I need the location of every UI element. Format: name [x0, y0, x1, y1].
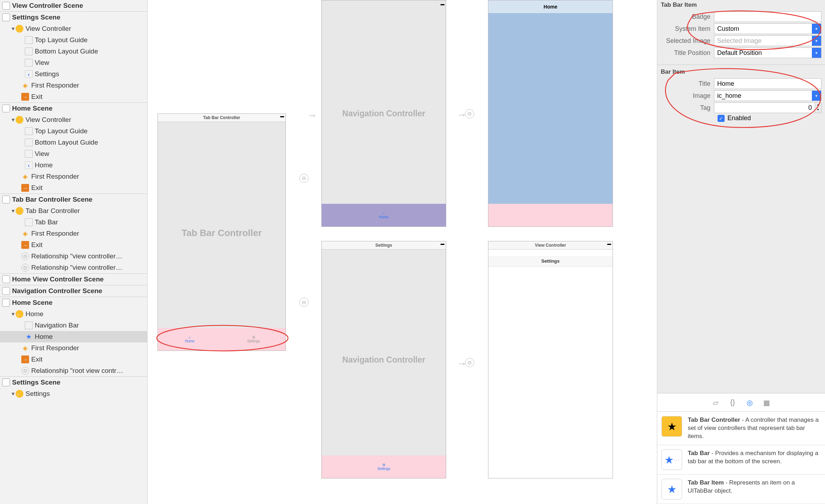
segue-arrow-1: → — [307, 110, 317, 121]
library-tab-bar[interactable]: ▱ {} ◎ ▦ — [657, 393, 825, 411]
document-outline[interactable]: View Controller Scene Settings Scene ▼Vi… — [0, 0, 148, 504]
row-systemitem: System Item Custom▾ — [661, 23, 821, 34]
nav-tab-home: ⌂ Home — [322, 204, 446, 226]
view-2[interactable]: View — [0, 148, 147, 159]
row-enabled[interactable]: ✓ Enabled — [661, 114, 821, 122]
scene-home-2[interactable]: Home Scene — [0, 297, 147, 308]
status-bar-icon-3: ▬ — [441, 241, 444, 246]
navbar[interactable]: Navigation Bar — [0, 320, 147, 331]
section-tabbaritem: Tab Bar Item — [657, 0, 825, 10]
object-library[interactable]: ★ Tab Bar Controller - A controller that… — [657, 411, 825, 504]
tab-bar-icon: ★⋯ — [661, 449, 682, 470]
chevron-down-icon: ▾ — [812, 36, 821, 46]
tab-home-label: Home — [185, 339, 195, 343]
home-tabitem-selected[interactable]: ★Home — [0, 331, 147, 342]
nav-controller-top[interactable]: ▬ Navigation Controller ⌂ Home — [321, 0, 446, 227]
lib-tab-bar[interactable]: ★⋯ Tab Bar - Provides a mechanism for di… — [657, 445, 825, 475]
scene-home[interactable]: Home Scene — [0, 103, 147, 114]
home-view-controller[interactable]: Home — [488, 0, 613, 227]
code-snippet-icon[interactable]: {} — [728, 398, 737, 407]
media-library-icon[interactable]: ▦ — [762, 398, 771, 407]
exit-3[interactable]: →Exit — [0, 239, 147, 251]
row-selectedimage: Selected Image Selected Image▾ — [661, 35, 821, 46]
scene-title-settings: Settings — [322, 241, 446, 250]
tab-bar-controller-scene[interactable]: Tab Bar Controller ▬ Tab Bar Controller … — [157, 113, 286, 351]
tab-settings-label: Settings — [247, 339, 260, 343]
tag-stepper[interactable]: ▴▾ — [815, 102, 821, 113]
vc-home[interactable]: ▼View Controller — [0, 114, 147, 125]
scene-homevc[interactable]: Home View Controller Scene — [0, 274, 147, 285]
exit-4[interactable]: →Exit — [0, 354, 147, 365]
settings-nav-title: Settings — [488, 256, 613, 267]
exit-2[interactable]: →Exit — [0, 182, 147, 194]
settings-item[interactable]: ‹Settings — [0, 68, 147, 80]
chevron-down-icon: ▾ — [812, 91, 821, 101]
tab-bar-controller-icon: ★ — [661, 416, 682, 437]
home-item[interactable]: ‹Home — [0, 159, 147, 171]
row-title: Title Home — [661, 78, 821, 89]
label-tag: Tag — [661, 104, 714, 112]
lib-tab-bar-item[interactable]: ★ Tab Bar Item - Represents an item on a… — [657, 475, 825, 504]
label-selectedimage: Selected Image — [661, 37, 714, 45]
file-template-icon[interactable]: ▱ — [711, 398, 720, 407]
home-nav[interactable]: ▼‹Home — [0, 308, 147, 320]
bottom-layout-guide[interactable]: Bottom Layout Guide — [0, 46, 147, 57]
first-responder-3[interactable]: ◈First Responder — [0, 228, 147, 239]
segue-dot-2[interactable]: ⊙ — [299, 298, 309, 307]
relationship-2[interactable]: ⊙Relationship "view controller… — [0, 262, 147, 273]
dropdown-titleposition[interactable]: Default Position▾ — [714, 47, 821, 58]
exit[interactable]: →Exit — [0, 91, 147, 102]
tab-settings[interactable]: ⚙ Settings — [222, 328, 286, 351]
scene-title-tabbar: Tab Bar Controller — [158, 114, 286, 122]
field-tag[interactable]: 0 — [714, 102, 815, 113]
tab-home[interactable]: ⌂ Home — [158, 328, 222, 351]
home-vc-tab-strip — [488, 204, 613, 226]
scene-navcontroller[interactable]: Navigation Controller Scene — [0, 285, 147, 297]
first-responder[interactable]: ◈First Responder — [0, 80, 147, 91]
top-layout-guide[interactable]: Top Layout Guide — [0, 34, 147, 46]
top-layout-guide-2[interactable]: Top Layout Guide — [0, 125, 147, 137]
settings-nav[interactable]: ▼‹Settings — [0, 388, 147, 399]
tab-bar-strip[interactable]: ⌂ Home ⚙ Settings — [158, 328, 286, 351]
first-responder-4[interactable]: ◈First Responder — [0, 342, 147, 354]
home-nav-bar: Home — [488, 0, 613, 13]
segue-dot-3[interactable]: ⊙ — [465, 109, 474, 118]
scene-settings[interactable]: Settings Scene — [0, 12, 147, 23]
segue-dot-1[interactable]: ⊙ — [299, 174, 309, 183]
field-badge[interactable] — [714, 11, 821, 22]
relationship-root[interactable]: ⊙Relationship "root view contr… — [0, 365, 147, 376]
scene-view-controller[interactable]: View Controller Scene — [0, 0, 147, 11]
home-icon: ⌂ — [383, 211, 385, 215]
settings-view-controller[interactable]: View Controller ▬ Settings — [488, 241, 613, 478]
dropdown-systemitem[interactable]: Custom▾ — [714, 23, 821, 34]
dropdown-image[interactable]: ic_home▾ — [714, 90, 821, 101]
label-enabled: Enabled — [727, 114, 751, 122]
relationship-1[interactable]: ⊙Relationship "view controller… — [0, 251, 147, 262]
first-responder-2[interactable]: ◈First Responder — [0, 171, 147, 182]
checkbox-enabled[interactable]: ✓ — [718, 115, 725, 122]
nav-tab-strip-home: ⌂ Home — [322, 204, 446, 226]
storyboard-canvas[interactable]: Tab Bar Controller ▬ Tab Bar Controller … — [148, 0, 657, 504]
dropdown-selectedimage[interactable]: Selected Image▾ — [714, 35, 821, 46]
vc-settings[interactable]: ▼View Controller — [0, 23, 147, 34]
tabbarcontroller[interactable]: ▼Tab Bar Controller — [0, 205, 147, 217]
bottom-layout-guide-2[interactable]: Bottom Layout Guide — [0, 137, 147, 148]
label-titleposition: Title Position — [661, 49, 714, 57]
label-title: Title — [661, 80, 714, 88]
lib-tab-bar-controller[interactable]: ★ Tab Bar Controller - A controller that… — [657, 412, 825, 445]
nav-tab-settings-label: Settings — [377, 467, 390, 471]
lib-tbi-text: Tab Bar Item - Represents an item on a U… — [688, 479, 821, 499]
view[interactable]: View — [0, 57, 147, 68]
label-systemitem: System Item — [661, 25, 714, 33]
scene-tabbarcontroller[interactable]: Tab Bar Controller Scene — [0, 194, 147, 205]
tabbar[interactable]: Tab Bar — [0, 217, 147, 228]
object-library-icon[interactable]: ◎ — [745, 398, 754, 407]
label-badge: Badge — [661, 13, 714, 21]
scene-settings-2[interactable]: Settings Scene — [0, 377, 147, 388]
segue-dot-4[interactable]: ⊙ — [465, 358, 474, 367]
label-image: Image — [661, 92, 714, 100]
field-title[interactable]: Home — [714, 78, 821, 89]
row-image: Image ic_home▾ — [661, 90, 821, 101]
nav-controller-bottom[interactable]: Settings ▬ Navigation Controller ⚙ Setti… — [321, 241, 446, 478]
attributes-inspector[interactable]: Tab Bar Item Badge System Item Custom▾ S… — [657, 0, 825, 504]
